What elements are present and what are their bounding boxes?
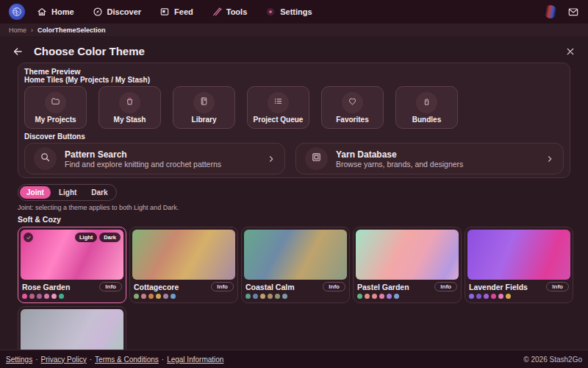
close-button[interactable]: [564, 46, 576, 57]
palette-dots: [244, 291, 347, 300]
color-dot: [59, 294, 64, 299]
footer-link-settings[interactable]: Settings: [6, 355, 32, 364]
list-icon: [273, 96, 283, 109]
home-tiles: My ProjectsMy StashLibraryProject QueueF…: [24, 86, 564, 129]
home-icon: [37, 7, 47, 17]
footer-link-legal-information[interactable]: Legal Information: [167, 355, 223, 364]
compass-icon: [93, 7, 103, 17]
card-name-row: CottagecoreInfo: [132, 280, 235, 291]
breadcrumb: Home › ColorThemeSelection: [0, 24, 588, 36]
tile-label: Bundles: [412, 116, 441, 124]
discover-icon-circle: [305, 147, 328, 170]
info-button[interactable]: Info: [546, 282, 569, 291]
mode-toggle: JointLightDark: [18, 184, 117, 201]
chevron-right-icon: [545, 155, 554, 163]
info-button[interactable]: Info: [323, 282, 345, 291]
theme-name: Lavender Fields: [469, 283, 528, 291]
discover-buttons: Pattern SearchFind and explore knitting …: [24, 143, 564, 174]
search-icon: [40, 152, 51, 166]
palette-dots: [356, 291, 459, 300]
theme-card-rose-garden[interactable]: LightDarkRose GardenInfo: [18, 227, 126, 303]
theme-cards-row-1: LightDarkRose GardenInfoCottagecoreInfoC…: [18, 227, 570, 303]
color-dot: [484, 294, 489, 299]
theme-card-pastel-garden[interactable]: Pastel GardenInfo: [353, 227, 462, 303]
nav-item-home[interactable]: Home: [37, 7, 74, 17]
nav-item-label: Feed: [174, 7, 193, 16]
footer-separator: ·: [90, 355, 92, 364]
card-name-row: Rose GardenInfo: [21, 280, 123, 291]
bag-icon: [125, 96, 135, 109]
color-dot: [372, 294, 377, 299]
theme-card-cottagecore[interactable]: CottagecoreInfo: [129, 227, 238, 303]
discover-icon-circle: [34, 147, 57, 170]
nav-item-discover[interactable]: Discover: [93, 7, 141, 17]
nav-item-settings[interactable]: Settings: [265, 7, 312, 17]
theme-gradient-preview: [132, 230, 235, 280]
discover-subtitle: Browse yarns, brands, and designers: [336, 160, 463, 169]
color-dot: [148, 294, 154, 299]
theme-name: Rose Garden: [22, 283, 70, 291]
info-button[interactable]: Info: [434, 282, 457, 291]
tile-label: Favorites: [336, 116, 368, 124]
page-title: Choose Color Theme: [34, 45, 145, 57]
footer: Settings·Privacy Policy·Terms & Conditio…: [0, 350, 588, 368]
color-dot: [141, 294, 146, 299]
mode-option-light[interactable]: Light: [52, 186, 83, 199]
feed-icon: [159, 7, 170, 17]
discover-subtitle: Find and explore knitting and crochet pa…: [65, 160, 221, 169]
footer-separator: ·: [35, 355, 37, 364]
home-tile-my-stash[interactable]: My Stash: [98, 86, 161, 129]
discover-buttons-label: Discover Buttons: [24, 132, 564, 141]
folder-icon: [51, 96, 60, 109]
tile-icon-circle: [268, 92, 289, 113]
color-dot: [156, 294, 161, 299]
nav-item-tools[interactable]: Tools: [212, 7, 248, 17]
badge-dark: Dark: [99, 233, 121, 242]
footer-links: Settings·Privacy Policy·Terms & Conditio…: [6, 355, 223, 364]
theme-card-lavender-fields[interactable]: Lavender FieldsInfo: [465, 227, 573, 303]
theme-gradient-preview: [244, 230, 347, 280]
color-dot: [282, 294, 287, 299]
home-tile-bundles[interactable]: Bundles: [395, 86, 458, 129]
home-tile-project-queue[interactable]: Project Queue: [247, 86, 309, 129]
breadcrumb-home[interactable]: Home: [9, 26, 26, 34]
nav-item-label: Settings: [280, 7, 312, 16]
nav-item-label: Home: [51, 7, 74, 16]
color-dot: [394, 294, 399, 299]
theme-name: Pastel Garden: [357, 283, 409, 291]
card-name-row: Coastal CalmInfo: [244, 280, 347, 291]
section-title: Soft & Cozy: [18, 215, 570, 224]
discover-button-pattern-search[interactable]: Pattern SearchFind and explore knitting …: [24, 143, 285, 174]
home-tiles-label: Home Tiles (My Projects / My Stash): [24, 76, 564, 84]
mode-option-joint[interactable]: Joint: [20, 186, 51, 199]
mode-option-dark[interactable]: Dark: [85, 186, 114, 199]
color-dot: [476, 294, 481, 299]
footer-link-privacy-policy[interactable]: Privacy Policy: [40, 355, 86, 364]
color-dot: [365, 294, 370, 299]
nav-item-feed[interactable]: Feed: [159, 7, 193, 17]
theme-card-coastal-calm[interactable]: Coastal CalmInfo: [241, 227, 350, 303]
home-tile-my-projects[interactable]: My Projects: [24, 86, 87, 129]
theme-preview-title: Theme Preview: [24, 67, 564, 76]
info-button[interactable]: Info: [211, 282, 234, 291]
settings-icon: [265, 7, 276, 17]
palette-dots: [21, 291, 123, 300]
color-dot: [387, 294, 392, 299]
home-tile-library[interactable]: Library: [173, 86, 235, 129]
discover-button-yarn-database[interactable]: Yarn DatabaseBrowse yarns, brands, and d…: [295, 143, 564, 174]
tile-label: My Projects: [35, 116, 76, 124]
back-button[interactable]: [12, 46, 24, 57]
color-dot: [260, 294, 265, 299]
theme-name: Coastal Calm: [245, 283, 295, 291]
yarn-logo-icon[interactable]: [9, 4, 25, 20]
color-dot: [245, 294, 251, 299]
app-window: HomeDiscoverFeedToolsSettings Home › Col…: [0, 0, 588, 368]
info-button[interactable]: Info: [99, 282, 122, 291]
discover-text: Pattern SearchFind and explore knitting …: [65, 149, 221, 169]
tile-icon-circle: [342, 92, 363, 113]
mail-icon[interactable]: [567, 6, 579, 18]
avatar[interactable]: [544, 5, 557, 18]
home-tile-favorites[interactable]: Favorites: [321, 86, 384, 129]
mode-toggle-row: JointLightDark: [18, 184, 570, 201]
footer-link-terms-conditions[interactable]: Terms & Conditions: [95, 355, 159, 364]
